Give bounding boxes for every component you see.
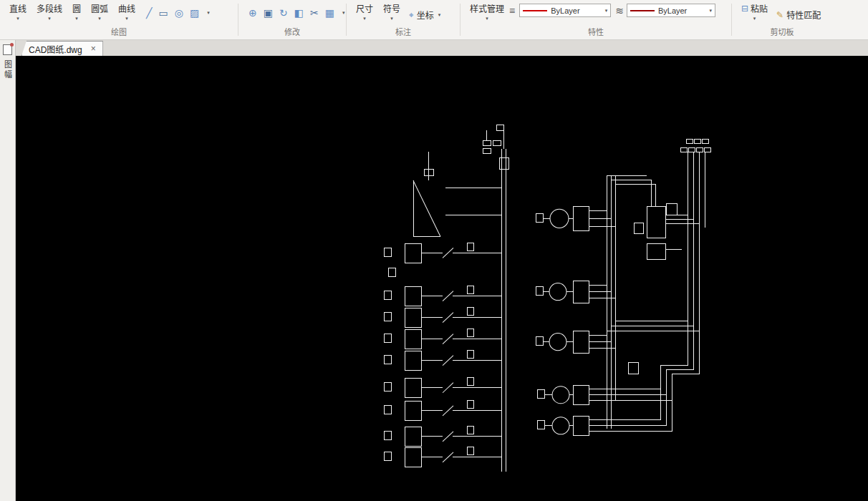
clipboard-group-content: ⊟ 粘贴 ▾ ✎ 特性匹配 xyxy=(732,0,832,26)
draw-group-content: 直线 ▾ 多段线 ▾ 圆 ▾ 圆弧 ▾ 曲线 ▾ xyxy=(0,0,238,26)
coordinate-label: 坐标 xyxy=(417,9,434,21)
rotate-icon[interactable]: ↻ xyxy=(279,7,288,19)
group-label-annotate: 标注 xyxy=(347,26,460,39)
chevron-down-icon[interactable]: ▾ xyxy=(709,8,712,13)
app-window: 直线 ▾ 多段线 ▾ 圆 ▾ 圆弧 ▾ 曲线 ▾ xyxy=(0,0,868,501)
paste-icon: ⊟ xyxy=(741,3,748,14)
tool-circle-button[interactable]: 圆 ▾ xyxy=(67,1,86,21)
coordinate-button[interactable]: ⌖ 坐标 ▾ xyxy=(405,7,444,22)
rectangle-icon[interactable]: ▭ xyxy=(159,7,168,19)
color-combo-value: ByLayer xyxy=(551,6,602,15)
chevron-down-icon[interactable]: ▾ xyxy=(98,16,101,21)
match-properties-button[interactable]: ✎ 特性匹配 xyxy=(773,7,824,22)
hatch-icon[interactable]: ▨ xyxy=(190,7,199,19)
group-label-clipboard: 剪切板 xyxy=(732,26,832,39)
left-toolbar: 图幅 xyxy=(0,40,16,501)
close-icon[interactable]: × xyxy=(91,44,96,53)
tab-label: CAD图纸.dwg xyxy=(29,43,82,55)
match-properties-label: 特性匹配 xyxy=(786,9,821,21)
coordinate-icon: ⌖ xyxy=(409,9,414,21)
ribbon-group-clipboard: ⊟ 粘贴 ▾ ✎ 特性匹配 剪切板 xyxy=(732,0,832,39)
donut-icon[interactable]: ◎ xyxy=(175,7,183,19)
move-icon[interactable]: ⊕ xyxy=(249,7,257,19)
chevron-down-icon[interactable]: ▾ xyxy=(342,10,345,16)
tab-cad-drawing[interactable]: CAD图纸.dwg × xyxy=(21,41,103,56)
ribbon: 直线 ▾ 多段线 ▾ 圆 ▾ 圆弧 ▾ 曲线 ▾ xyxy=(0,0,868,40)
trim-icon[interactable]: ✂ xyxy=(310,7,319,19)
drawing-canvas[interactable] xyxy=(16,56,868,501)
chevron-down-icon[interactable]: ▾ xyxy=(486,16,488,21)
paste-button[interactable]: ⊟ 粘贴 ▾ xyxy=(736,1,773,21)
tool-arc-button[interactable]: 圆弧 ▾ xyxy=(86,1,113,21)
chevron-down-icon[interactable]: ▾ xyxy=(390,16,393,21)
ribbon-group-properties: 样式管理 ▾ ≡ ByLayer ▾ ≋ ByLayer ▾ 特性 xyxy=(460,0,731,39)
chevron-down-icon[interactable]: ▾ xyxy=(207,10,210,16)
color-combo[interactable]: ByLayer ▾ xyxy=(519,4,611,17)
linetype-combo-value: ByLayer xyxy=(658,6,707,15)
chevron-down-icon[interactable]: ▾ xyxy=(16,16,19,21)
symbol-label: 符号 xyxy=(383,2,400,14)
dimension-label: 尺寸 xyxy=(356,2,373,14)
chevron-down-icon[interactable]: ▾ xyxy=(438,12,441,18)
sheet-frame-label[interactable]: 图幅 xyxy=(2,60,14,80)
modify-icons: ⊕ ▣ ↻ ◧ ✂ ▦ ▾ xyxy=(249,7,344,19)
properties-group-content: 样式管理 ▾ ≡ ByLayer ▾ ≋ ByLayer ▾ xyxy=(460,0,731,26)
workspace: 图幅 CAD图纸.dwg × xyxy=(0,40,868,501)
document-area: CAD图纸.dwg × xyxy=(16,40,868,501)
tool-spline-label: 曲线 xyxy=(118,2,135,14)
modify-group-content: ⊕ ▣ ↻ ◧ ✂ ▦ ▾ xyxy=(238,0,346,26)
drawing-viewport xyxy=(16,56,868,501)
tool-line-button[interactable]: 直线 ▾ xyxy=(4,1,32,21)
linetype-swatch xyxy=(630,10,655,11)
tool-circle-label: 圆 xyxy=(72,2,81,14)
tool-line-label: 直线 xyxy=(9,2,26,14)
tool-polyline-button[interactable]: 多段线 ▾ xyxy=(32,1,67,21)
tool-polyline-label: 多段线 xyxy=(37,2,62,14)
group-label-properties: 特性 xyxy=(460,26,731,39)
ribbon-spacer xyxy=(832,0,868,39)
annotate-group-content: 尺寸 ▾ 符号 ▾ ⌖ 坐标 ▾ xyxy=(347,0,460,26)
ribbon-group-annotate: 尺寸 ▾ 符号 ▾ ⌖ 坐标 ▾ 标注 xyxy=(347,0,460,39)
dimension-button[interactable]: 尺寸 ▾ xyxy=(351,1,378,21)
chevron-down-icon[interactable]: ▾ xyxy=(125,16,128,21)
mirror-icon[interactable]: ◧ xyxy=(294,7,304,19)
chevron-down-icon[interactable]: ▾ xyxy=(48,16,51,21)
style-manager-button[interactable]: 样式管理 ▾ xyxy=(465,1,509,21)
color-swatch xyxy=(523,10,547,11)
tool-arc-label: 圆弧 xyxy=(91,2,108,14)
chevron-down-icon[interactable]: ▾ xyxy=(363,16,366,21)
group-label-draw: 绘图 xyxy=(0,26,238,39)
linetype-combo[interactable]: ByLayer ▾ xyxy=(627,4,715,17)
array-icon[interactable]: ▦ xyxy=(325,7,334,19)
ribbon-group-modify: ⊕ ▣ ↻ ◧ ✂ ▦ ▾ 修改 xyxy=(238,0,346,39)
draw-extra-icons: ╱ ▭ ◎ ▨ ▾ xyxy=(146,7,210,19)
paste-label: 粘贴 xyxy=(751,2,768,14)
group-label-modify: 修改 xyxy=(238,26,346,39)
style-manager-label: 样式管理 xyxy=(470,2,504,14)
symbol-button[interactable]: 符号 ▾ xyxy=(378,1,405,21)
sheet-frame-icon[interactable] xyxy=(3,44,12,55)
ribbon-group-draw: 直线 ▾ 多段线 ▾ 圆 ▾ 圆弧 ▾ 曲线 ▾ xyxy=(0,0,238,39)
tool-spline-button[interactable]: 曲线 ▾ xyxy=(113,1,140,21)
linetype-icon[interactable]: ≋ xyxy=(615,5,624,16)
copy-icon[interactable]: ▣ xyxy=(264,7,273,19)
chevron-down-icon[interactable]: ▾ xyxy=(753,16,756,21)
brush-icon: ✎ xyxy=(776,9,783,21)
chevron-down-icon[interactable]: ▾ xyxy=(75,16,78,21)
sketch-line-icon[interactable]: ╱ xyxy=(146,7,152,19)
layer-list-icon[interactable]: ≡ xyxy=(509,5,515,16)
tab-bar: CAD图纸.dwg × xyxy=(16,40,868,56)
chevron-down-icon[interactable]: ▾ xyxy=(605,8,608,13)
